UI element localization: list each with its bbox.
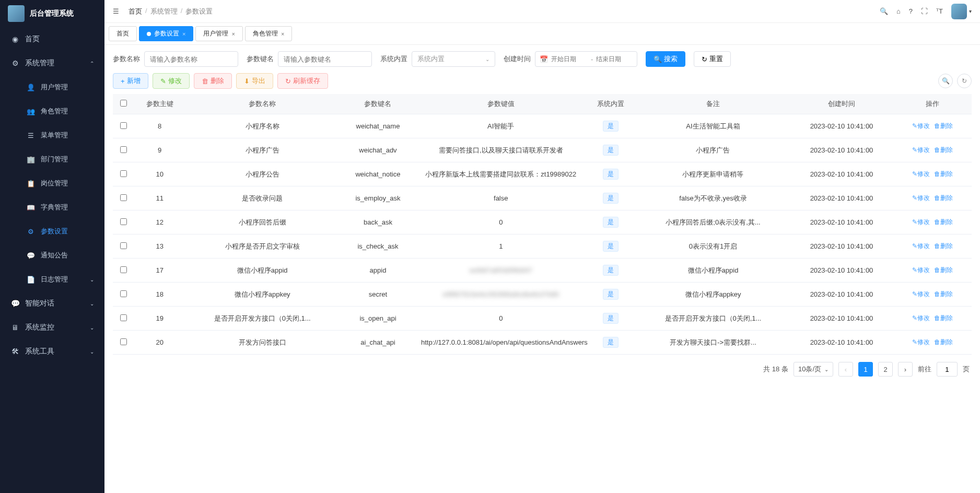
tab-1[interactable]: 参数设置×	[139, 26, 193, 41]
input-end-date[interactable]	[596, 55, 633, 63]
action-edit[interactable]: ✎修改	[912, 194, 930, 203]
fullscreen-icon[interactable]: ⛶	[921, 7, 928, 15]
action-delete[interactable]: 🗑删除	[934, 290, 953, 299]
table-row: 8小程序名称weichat_nameAI智能手是AI生活智能工具箱2023-02…	[113, 114, 972, 138]
help-icon[interactable]: ?	[909, 7, 913, 15]
row-checkbox[interactable]	[120, 290, 127, 297]
tab-0[interactable]: 首页	[109, 26, 137, 41]
cell-builtin: 是	[585, 331, 637, 355]
cell-name: 小程序公告	[185, 162, 339, 186]
toggle-search-button[interactable]: 🔍	[938, 74, 953, 88]
action-edit[interactable]: ✎修改	[912, 242, 930, 251]
date-range-picker[interactable]: 📅 -	[535, 51, 637, 67]
fontsize-icon[interactable]: ᵀT	[936, 7, 943, 15]
row-checkbox[interactable]	[120, 146, 127, 153]
prev-page-button[interactable]: ‹	[838, 362, 853, 377]
refresh-icon: ↻	[285, 77, 291, 85]
cell-name: 小程序名称	[185, 114, 339, 138]
builtin-tag: 是	[603, 313, 619, 324]
builtin-tag: 是	[603, 169, 619, 180]
page-size-select[interactable]: 10条/页⌄	[794, 362, 833, 377]
input-start-date[interactable]	[551, 55, 588, 63]
next-page-button[interactable]: ›	[898, 362, 913, 377]
row-checkbox[interactable]	[120, 218, 127, 225]
refresh-table-button[interactable]: ↻	[957, 74, 972, 88]
delete-button[interactable]: 🗑删除	[194, 73, 232, 89]
sidebar-item-ai[interactable]: 💬智能对话⌄	[0, 291, 104, 315]
table-header: 参数主键	[134, 94, 185, 114]
action-edit[interactable]: ✎修改	[912, 122, 930, 131]
row-checkbox[interactable]	[120, 338, 127, 345]
search-icon[interactable]: 🔍	[880, 7, 888, 15]
action-delete[interactable]: 🗑删除	[934, 218, 953, 227]
sidebar-item-3[interactable]: 🏢部门管理	[0, 147, 104, 171]
input-param-name[interactable]	[144, 51, 238, 67]
action-delete[interactable]: 🗑删除	[934, 146, 953, 155]
hamburger-icon[interactable]: ☰	[113, 7, 119, 15]
close-icon[interactable]: ×	[182, 31, 185, 37]
user-menu[interactable]: ▾	[951, 4, 972, 19]
sidebar-item-8[interactable]: 📄日志管理⌄	[0, 267, 104, 291]
cell-key: is_open_api	[339, 307, 417, 331]
action-edit[interactable]: ✎修改	[912, 290, 930, 299]
goto-suffix: 页	[963, 365, 970, 374]
cell-time: 2023-02-10 10:41:00	[789, 259, 894, 283]
sidebar-item-6[interactable]: ⚙参数设置	[0, 219, 104, 243]
sidebar-item-0[interactable]: 👤用户管理	[0, 75, 104, 99]
search-form: 参数名称 参数键名 系统内置 系统内置⌄ 创建时间 📅 -	[113, 51, 972, 67]
github-icon[interactable]: ⌂	[896, 7, 901, 15]
sidebar-item-5[interactable]: 📖字典管理	[0, 195, 104, 219]
page-button-2[interactable]: 2	[878, 362, 893, 377]
export-button[interactable]: ⬇导出	[236, 73, 273, 89]
sidebar-item-monitor[interactable]: 🖥系统监控⌄	[0, 315, 104, 339]
action-edit[interactable]: ✎修改	[912, 338, 930, 347]
action-edit[interactable]: ✎修改	[912, 314, 930, 323]
select-builtin[interactable]: 系统内置⌄	[412, 51, 495, 67]
action-delete[interactable]: 🗑删除	[934, 242, 953, 251]
action-delete[interactable]: 🗑删除	[934, 170, 953, 179]
action-edit[interactable]: ✎修改	[912, 170, 930, 179]
row-checkbox[interactable]	[120, 266, 127, 273]
search-button[interactable]: 🔍搜索	[646, 51, 685, 67]
action-delete[interactable]: 🗑删除	[934, 338, 953, 347]
reset-button[interactable]: ↻重置	[694, 51, 731, 67]
close-icon[interactable]: ×	[231, 31, 235, 37]
pagination: 共 18 条 10条/页⌄ ‹ 1 2 › 前往 页	[113, 355, 972, 384]
page-button-1[interactable]: 1	[858, 362, 873, 377]
row-checkbox[interactable]	[120, 194, 127, 201]
row-checkbox[interactable]	[120, 170, 127, 177]
row-checkbox[interactable]	[120, 314, 127, 321]
cell-time: 2023-02-10 10:41:00	[789, 114, 894, 138]
action-edit[interactable]: ✎修改	[912, 266, 930, 275]
close-icon[interactable]: ×	[281, 31, 284, 37]
goto-input[interactable]	[937, 362, 958, 377]
action-delete[interactable]: 🗑删除	[934, 266, 953, 275]
sidebar-item-home[interactable]: ◉首页	[0, 27, 104, 51]
refresh-cache-button[interactable]: ↻刷新缓存	[277, 73, 328, 89]
sidebar-item-tools[interactable]: 🛠系统工具⌄	[0, 339, 104, 363]
chevron-down-icon: ⌄	[90, 277, 94, 283]
tab-2[interactable]: 用户管理×	[195, 26, 242, 41]
menu-icon: 🏢	[26, 156, 36, 163]
sidebar-item-2[interactable]: ☰菜单管理	[0, 123, 104, 147]
action-delete[interactable]: 🗑删除	[934, 122, 953, 131]
add-button[interactable]: +新增	[113, 73, 148, 89]
edit-button[interactable]: ✎修改	[153, 73, 190, 89]
row-checkbox[interactable]	[120, 242, 127, 249]
breadcrumb-home[interactable]: 首页	[129, 7, 142, 16]
action-edit[interactable]: ✎修改	[912, 218, 930, 227]
menu-icon: 📖	[26, 204, 36, 212]
action-edit[interactable]: ✎修改	[912, 146, 930, 155]
action-delete[interactable]: 🗑删除	[934, 314, 953, 323]
input-param-key[interactable]	[278, 51, 372, 67]
checkbox-all[interactable]	[120, 100, 127, 107]
cell-name: 微信小程序appkey	[185, 283, 339, 307]
sidebar-item-4[interactable]: 📋岗位管理	[0, 171, 104, 195]
row-checkbox[interactable]	[120, 122, 127, 129]
app-logo[interactable]: 后台管理系统	[0, 0, 104, 27]
sidebar-item-7[interactable]: 💬通知公告	[0, 243, 104, 267]
action-delete[interactable]: 🗑删除	[934, 194, 953, 203]
sidebar-item-1[interactable]: 👥角色管理	[0, 99, 104, 123]
sidebar-item-sysmgmt[interactable]: ⚙系统管理⌃	[0, 51, 104, 75]
tab-3[interactable]: 角色管理×	[245, 26, 292, 41]
